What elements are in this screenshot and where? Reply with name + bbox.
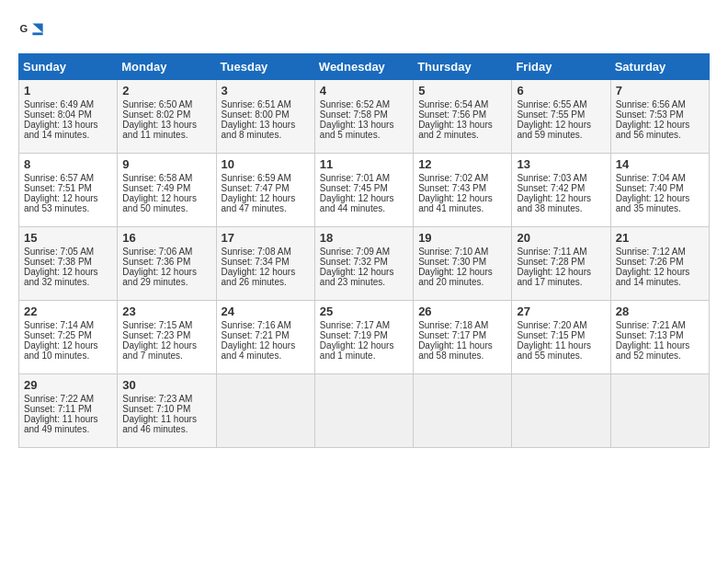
day-number: 21 bbox=[616, 231, 704, 245]
sunset-label: Sunset: 7:36 PM bbox=[122, 257, 190, 267]
sunset-label: Sunset: 8:00 PM bbox=[222, 109, 290, 120]
calendar-cell bbox=[414, 374, 512, 448]
sunrise-label: Sunrise: 7:02 AM bbox=[418, 173, 488, 183]
logo-icon: G bbox=[18, 18, 44, 44]
sunrise-label: Sunrise: 7:08 AM bbox=[222, 247, 291, 257]
daylight-label: Daylight: 12 hours and 17 minutes. bbox=[517, 267, 591, 287]
day-number: 16 bbox=[122, 231, 210, 245]
calendar-cell: 13 Sunrise: 7:03 AM Sunset: 7:42 PM Dayl… bbox=[512, 154, 610, 227]
sunrise-label: Sunrise: 7:09 AM bbox=[320, 247, 390, 257]
sunrise-label: Sunrise: 7:04 AM bbox=[616, 173, 686, 183]
calendar-table: SundayMondayTuesdayWednesdayThursdayFrid… bbox=[18, 53, 710, 448]
daylight-label: Daylight: 12 hours and 35 minutes. bbox=[616, 193, 690, 213]
sunrise-label: Sunrise: 7:22 AM bbox=[24, 394, 94, 404]
sunrise-label: Sunrise: 7:15 AM bbox=[122, 320, 192, 330]
weekday-header-saturday: Saturday bbox=[610, 54, 709, 80]
calendar-cell bbox=[216, 374, 314, 448]
sunset-label: Sunset: 7:30 PM bbox=[418, 257, 486, 267]
daylight-label: Daylight: 11 hours and 49 minutes. bbox=[24, 414, 98, 434]
calendar-cell: 16 Sunrise: 7:06 AM Sunset: 7:36 PM Dayl… bbox=[118, 227, 216, 301]
calendar-cell bbox=[314, 374, 413, 448]
day-number: 25 bbox=[320, 304, 408, 318]
sunrise-label: Sunrise: 7:16 AM bbox=[222, 320, 291, 330]
sunset-label: Sunset: 7:15 PM bbox=[517, 330, 585, 340]
daylight-label: Daylight: 12 hours and 4 minutes. bbox=[222, 340, 296, 361]
sunrise-label: Sunrise: 7:18 AM bbox=[418, 320, 488, 330]
sunrise-label: Sunrise: 6:50 AM bbox=[122, 99, 192, 109]
calendar-cell: 18 Sunrise: 7:09 AM Sunset: 7:32 PM Dayl… bbox=[314, 227, 413, 301]
sunset-label: Sunset: 7:49 PM bbox=[122, 183, 190, 193]
day-number: 29 bbox=[24, 378, 112, 392]
calendar-cell bbox=[512, 374, 610, 448]
sunrise-label: Sunrise: 6:49 AM bbox=[24, 99, 94, 109]
daylight-label: Daylight: 13 hours and 14 minutes. bbox=[24, 120, 98, 140]
daylight-label: Daylight: 12 hours and 20 minutes. bbox=[418, 267, 493, 287]
sunrise-label: Sunrise: 7:01 AM bbox=[320, 173, 390, 183]
daylight-label: Daylight: 12 hours and 26 minutes. bbox=[222, 267, 296, 287]
day-number: 9 bbox=[122, 157, 210, 171]
day-number: 26 bbox=[418, 304, 506, 318]
calendar-cell: 17 Sunrise: 7:08 AM Sunset: 7:34 PM Dayl… bbox=[216, 227, 314, 301]
sunrise-label: Sunrise: 6:59 AM bbox=[222, 173, 291, 183]
daylight-label: Daylight: 12 hours and 38 minutes. bbox=[517, 193, 591, 213]
sunrise-label: Sunrise: 7:14 AM bbox=[24, 320, 94, 330]
sunrise-label: Sunrise: 6:55 AM bbox=[517, 99, 586, 109]
calendar-cell: 19 Sunrise: 7:10 AM Sunset: 7:30 PM Dayl… bbox=[414, 227, 512, 301]
day-number: 24 bbox=[222, 304, 310, 318]
sunrise-label: Sunrise: 6:52 AM bbox=[320, 99, 390, 109]
calendar-cell: 29 Sunrise: 7:22 AM Sunset: 7:11 PM Dayl… bbox=[19, 374, 118, 448]
calendar-cell: 21 Sunrise: 7:12 AM Sunset: 7:26 PM Dayl… bbox=[610, 227, 709, 301]
weekday-header-monday: Monday bbox=[118, 54, 216, 80]
daylight-label: Daylight: 13 hours and 8 minutes. bbox=[222, 120, 296, 140]
week-row-2: 8 Sunrise: 6:57 AM Sunset: 7:51 PM Dayli… bbox=[19, 154, 710, 227]
daylight-label: Daylight: 12 hours and 50 minutes. bbox=[122, 193, 197, 213]
sunset-label: Sunset: 7:42 PM bbox=[517, 183, 585, 193]
day-number: 10 bbox=[222, 157, 310, 171]
sunset-label: Sunset: 7:28 PM bbox=[517, 257, 585, 267]
day-number: 7 bbox=[616, 84, 704, 98]
calendar-cell: 26 Sunrise: 7:18 AM Sunset: 7:17 PM Dayl… bbox=[414, 301, 512, 374]
day-number: 8 bbox=[24, 157, 112, 171]
sunset-label: Sunset: 7:13 PM bbox=[616, 330, 684, 340]
daylight-label: Daylight: 12 hours and 32 minutes. bbox=[24, 267, 98, 287]
svg-marker-1 bbox=[32, 24, 42, 33]
calendar-cell: 6 Sunrise: 6:55 AM Sunset: 7:55 PM Dayli… bbox=[512, 80, 610, 154]
daylight-label: Daylight: 12 hours and 7 minutes. bbox=[122, 340, 197, 361]
daylight-label: Daylight: 11 hours and 58 minutes. bbox=[418, 340, 493, 361]
calendar-cell: 2 Sunrise: 6:50 AM Sunset: 8:02 PM Dayli… bbox=[118, 80, 216, 154]
calendar-cell: 23 Sunrise: 7:15 AM Sunset: 7:23 PM Dayl… bbox=[118, 301, 216, 374]
sunset-label: Sunset: 8:04 PM bbox=[24, 109, 92, 120]
weekday-header-tuesday: Tuesday bbox=[216, 54, 314, 80]
day-number: 11 bbox=[320, 157, 408, 171]
week-row-1: 1 Sunrise: 6:49 AM Sunset: 8:04 PM Dayli… bbox=[19, 80, 710, 154]
sunset-label: Sunset: 7:55 PM bbox=[517, 109, 585, 120]
day-number: 6 bbox=[517, 84, 605, 98]
logo: G bbox=[18, 18, 48, 44]
sunrise-label: Sunrise: 6:57 AM bbox=[24, 173, 94, 183]
day-number: 18 bbox=[320, 231, 408, 245]
calendar-cell: 1 Sunrise: 6:49 AM Sunset: 8:04 PM Dayli… bbox=[19, 80, 118, 154]
daylight-label: Daylight: 12 hours and 10 minutes. bbox=[24, 340, 98, 361]
calendar-cell: 22 Sunrise: 7:14 AM Sunset: 7:25 PM Dayl… bbox=[19, 301, 118, 374]
sunset-label: Sunset: 7:58 PM bbox=[320, 109, 388, 120]
calendar-cell: 24 Sunrise: 7:16 AM Sunset: 7:21 PM Dayl… bbox=[216, 301, 314, 374]
sunrise-label: Sunrise: 7:03 AM bbox=[517, 173, 586, 183]
day-number: 13 bbox=[517, 157, 605, 171]
sunset-label: Sunset: 7:47 PM bbox=[222, 183, 290, 193]
day-number: 15 bbox=[24, 231, 112, 245]
sunset-label: Sunset: 7:21 PM bbox=[222, 330, 290, 340]
daylight-label: Daylight: 12 hours and 23 minutes. bbox=[320, 267, 394, 287]
calendar-cell: 9 Sunrise: 6:58 AM Sunset: 7:49 PM Dayli… bbox=[118, 154, 216, 227]
sunset-label: Sunset: 8:02 PM bbox=[122, 109, 190, 120]
sunset-label: Sunset: 7:56 PM bbox=[418, 109, 486, 120]
weekday-header-friday: Friday bbox=[512, 54, 610, 80]
svg-text:G: G bbox=[19, 23, 28, 34]
weekday-header-row: SundayMondayTuesdayWednesdayThursdayFrid… bbox=[19, 54, 710, 80]
sunset-label: Sunset: 7:23 PM bbox=[122, 330, 190, 340]
calendar-cell: 8 Sunrise: 6:57 AM Sunset: 7:51 PM Dayli… bbox=[19, 154, 118, 227]
day-number: 30 bbox=[122, 378, 210, 392]
day-number: 20 bbox=[517, 231, 605, 245]
week-row-4: 22 Sunrise: 7:14 AM Sunset: 7:25 PM Dayl… bbox=[19, 301, 710, 374]
sunrise-label: Sunrise: 6:58 AM bbox=[122, 173, 192, 183]
sunrise-label: Sunrise: 6:54 AM bbox=[418, 99, 488, 109]
